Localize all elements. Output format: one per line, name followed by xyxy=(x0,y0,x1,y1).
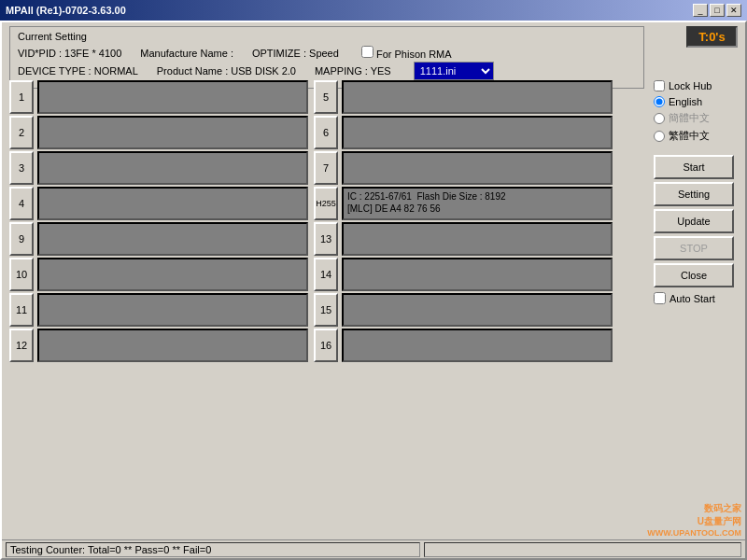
slot-button-6[interactable]: 6 xyxy=(314,116,338,149)
main-window: T:0's Current Setting VID*PID : 13FE * 4… xyxy=(0,21,747,560)
slot-row-16: 16 xyxy=(314,329,613,362)
slot-panel-12 xyxy=(37,329,308,362)
slots-area: 1 2 3 4 9 10 1 xyxy=(9,80,663,362)
slot-row-6: 6 xyxy=(314,116,613,149)
close-action-button[interactable]: Close xyxy=(654,263,734,287)
slot-panel-4 xyxy=(37,187,308,220)
slot-button-3[interactable]: 3 xyxy=(9,151,34,185)
ini-dropdown[interactable]: 1111.ini xyxy=(414,62,494,80)
slot-button-14[interactable]: 14 xyxy=(314,258,338,291)
slot-panel-h255: IC : 2251-67/61 Flash Die Size : 8192[ML… xyxy=(342,187,613,220)
current-setting-label: Current Setting xyxy=(18,31,636,42)
slot-row-3: 3 xyxy=(9,151,308,185)
manufacture-name: Manufacture Name : xyxy=(140,48,233,59)
auto-start-row: Auto Start xyxy=(654,292,738,304)
slot-panel-10 xyxy=(37,258,308,291)
update-button[interactable]: Update xyxy=(654,209,734,233)
slot-panel-1 xyxy=(37,80,308,114)
stop-button[interactable]: STOP xyxy=(654,236,734,260)
settings-row-2: DEVICE TYPE : NORMAL Product Name : USB … xyxy=(18,62,636,80)
slot-button-16[interactable]: 16 xyxy=(314,329,338,362)
slot-button-12[interactable]: 12 xyxy=(9,329,34,362)
watermark-line3: WWW.UPANTOOL.COM xyxy=(647,528,741,538)
lock-hub-row: Lock Hub xyxy=(654,80,738,91)
lock-hub-checkbox[interactable] xyxy=(654,80,665,91)
slot-panel-14 xyxy=(342,258,613,291)
watermark-line2: U盘量产网 xyxy=(647,515,741,528)
status-bar: Testing Counter: Total=0 ** Pass=0 ** Fa… xyxy=(2,539,745,558)
device-type: DEVICE TYPE : NORMAL xyxy=(18,65,138,77)
slot-panel-2 xyxy=(37,116,308,149)
auto-start-checkbox[interactable] xyxy=(654,292,666,304)
slot-button-1[interactable]: 1 xyxy=(9,80,34,114)
slot-row-4: 4 xyxy=(9,187,308,220)
status-left: Testing Counter: Total=0 ** Pass=0 ** Fa… xyxy=(6,542,420,557)
slot-row-5: 5 xyxy=(314,80,613,114)
vid-pid: VID*PID : 13FE * 4100 xyxy=(18,48,121,59)
language-simplified-row: 簡體中文 xyxy=(654,111,738,125)
slot-panel-3 xyxy=(37,151,308,185)
slot-button-9[interactable]: 9 xyxy=(9,222,34,256)
for-phison-rma-checkbox[interactable] xyxy=(361,46,374,58)
window-title: MPAll (Re1)-0702-3.63.00 xyxy=(6,5,126,16)
language-simplified-radio[interactable] xyxy=(654,113,665,124)
slot-row-2: 2 xyxy=(9,116,308,149)
slot-panel-16 xyxy=(342,329,613,362)
for-phison-rma-label: For Phison RMA xyxy=(376,49,452,60)
language-english-radio[interactable] xyxy=(654,96,665,107)
slot-row-14: 14 xyxy=(314,258,613,291)
slot-button-13[interactable]: 13 xyxy=(314,222,338,256)
language-simplified-label: 簡體中文 xyxy=(669,111,710,125)
slot-panel-15 xyxy=(342,293,613,327)
slot-panel-9 xyxy=(37,222,308,256)
slot-button-7[interactable]: 7 xyxy=(314,151,338,185)
language-traditional-label: 繁體中文 xyxy=(669,129,710,143)
slot-panel-5 xyxy=(342,80,613,114)
left-slot-column: 1 2 3 4 9 10 1 xyxy=(9,80,308,362)
for-phison-rma-inline: For Phison RMA xyxy=(361,46,452,60)
slot-button-11[interactable]: 11 xyxy=(9,293,34,327)
slot-row-13: 13 xyxy=(314,222,613,256)
optimize: OPTIMIZE : Speed xyxy=(252,48,339,59)
language-traditional-radio[interactable] xyxy=(654,131,665,142)
slot-panel-13 xyxy=(342,222,613,256)
slot-button-15[interactable]: 15 xyxy=(314,293,338,327)
language-traditional-row: 繁體中文 xyxy=(654,129,738,143)
tos-display: T:0's xyxy=(686,26,738,48)
slot-row-11: 11 xyxy=(9,293,308,327)
slot-panel-11 xyxy=(37,293,308,327)
slot-row-7: 7 xyxy=(314,151,613,185)
slot-button-h255[interactable]: H255 xyxy=(314,187,338,220)
status-right xyxy=(424,542,741,557)
slot-button-2[interactable]: 2 xyxy=(9,116,34,149)
slot-row-1: 1 xyxy=(9,80,308,114)
watermark: 数码之家 U盘量产网 WWW.UPANTOOL.COM xyxy=(647,502,741,538)
slot-panel-7 xyxy=(342,151,613,185)
current-setting-group: Current Setting VID*PID : 13FE * 4100 Ma… xyxy=(9,26,644,89)
slot-row-15: 15 xyxy=(314,293,613,327)
slot-button-5[interactable]: 5 xyxy=(314,80,338,114)
maximize-button[interactable]: □ xyxy=(710,4,725,17)
product-name: Product Name : USB DISK 2.0 xyxy=(157,65,296,77)
right-panel: Lock Hub English 簡體中文 繁體中文 Start Setting… xyxy=(654,80,738,304)
slot-row-10: 10 xyxy=(9,258,308,291)
close-button[interactable]: ✕ xyxy=(726,4,741,17)
minimize-button[interactable]: _ xyxy=(693,4,708,17)
lock-hub-label: Lock Hub xyxy=(669,80,712,91)
language-english-label: English xyxy=(669,96,702,107)
slot-row-h255: H255 IC : 2251-67/61 Flash Die Size : 81… xyxy=(314,187,613,220)
start-button[interactable]: Start xyxy=(654,155,734,179)
language-english-row: English xyxy=(654,96,738,107)
slot-button-4[interactable]: 4 xyxy=(9,187,34,220)
slot-row-12: 12 xyxy=(9,329,308,362)
title-bar: MPAll (Re1)-0702-3.63.00 _ □ ✕ xyxy=(0,0,747,21)
settings-row-1: VID*PID : 13FE * 4100 Manufacture Name :… xyxy=(18,46,636,60)
slot-row-9: 9 xyxy=(9,222,308,256)
mapping: MAPPING : YES xyxy=(315,65,391,77)
watermark-line1: 数码之家 xyxy=(647,502,741,515)
right-slot-column: 5 6 7 H255 IC : 2251-67/61 Flash Die Siz… xyxy=(314,80,613,362)
slot-panel-6 xyxy=(342,116,613,149)
window-controls: _ □ ✕ xyxy=(693,4,741,17)
slot-button-10[interactable]: 10 xyxy=(9,258,34,291)
setting-button[interactable]: Setting xyxy=(654,182,734,206)
